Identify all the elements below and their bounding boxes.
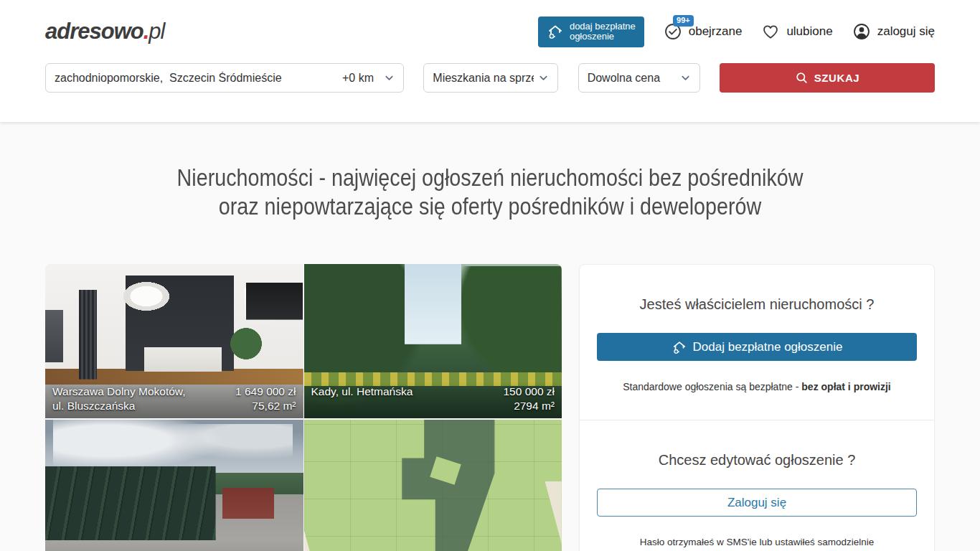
category-value: Mieszkania na sprzedaż [433,72,534,85]
viewed-button[interactable]: 99+ obejrzane [664,22,743,41]
sidebar-login-button[interactable]: Zaloguj się [597,489,917,517]
chevron-down-icon [680,72,691,83]
login-label: zaloguj się [877,24,935,39]
favorites-button[interactable]: ulubione [761,22,832,41]
magnifier-icon [795,71,809,85]
person-circle-icon [852,22,871,41]
edit-panel-title: Chcesz edytować ogłoszenie ? [597,452,917,468]
house-plus-icon [672,339,687,355]
listing-price: 1 649 000 zł [235,385,296,399]
house-plus-icon [547,23,564,40]
listing-price: 150 000 zł [503,385,555,399]
location-value: zachodniopomorskie, Szczecin Śródmieście [55,72,336,85]
chevron-down-icon [538,72,549,83]
heart-icon [761,22,780,41]
add-free-listing-label: Dodaj bezpłatne ogłoszenie [693,340,843,354]
top-bar: adresowo.pl dodaj bezpłatne ogł [45,0,935,63]
header: adresowo.pl dodaj bezpłatne ogł [0,0,980,122]
search-button[interactable]: SZUKAJ [720,63,935,93]
sidebar: Jesteś właścicielem nieruchomości ? Doda… [579,264,935,551]
listing-card-forest-plot[interactable]: Kady, ul. Hetmańska 150 000 zł 2794 m² [304,264,562,418]
price-select[interactable]: Dowolna cena [578,63,700,93]
listings-grid: Warszawa Dolny Mokotów, ul. Bluszczańska… [45,264,562,551]
listing-area: 2794 m² [503,399,555,413]
owner-panel-note: Standardowe ogłoszenia są bezpłatne - be… [597,381,917,392]
listing-address: Warszawa Dolny Mokotów, [52,385,186,399]
add-listing-label: dodaj bezpłatne ogłoszenie [570,22,636,42]
edit-panel-note: Hasło otrzymałeś w SMS'ie lub ustawiłeś … [597,537,917,547]
edit-panel: Chcesz edytować ogłoszenie ? Zaloguj się… [580,420,934,551]
listing-address: ul. Bluszczańska [52,399,186,413]
listing-card-map-parcel[interactable]: Nowa Jastrząbka 300 000 zł [304,420,562,551]
listing-area: 75,62 m² [235,399,296,413]
listing-address: Kady, ul. Hetmańska [311,385,413,399]
add-listing-button[interactable]: dodaj bezpłatne ogłoszenie [538,17,644,47]
favorites-label: ulubione [786,24,832,39]
main-content: Nieruchomości - najwięcej ogłoszeń nieru… [45,164,935,551]
owner-panel-title: Jesteś właścicielem nieruchomości ? [597,296,917,313]
headline-line-2: oraz niepowtarzające się oferty pośredni… [103,192,877,221]
login-button[interactable]: zaloguj się [852,22,935,41]
listing-photo-map-parcel [304,420,562,551]
viewed-label: obejrzane [689,24,743,39]
logo[interactable]: adresowo.pl [45,19,164,44]
sidebar-login-label: Zaloguj się [727,496,786,510]
owner-panel: Jesteś właścicielem nieruchomości ? Doda… [580,265,934,420]
category-select[interactable]: Mieszkania na sprzedaż [423,63,558,93]
header-actions: dodaj bezpłatne ogłoszenie 99+ obejrzane [538,17,935,47]
listing-card-apartment[interactable]: Warszawa Dolny Mokotów, ul. Bluszczańska… [45,264,303,418]
listing-photo-storage-containers [45,420,303,551]
headline-line-1: Nieruchomości - najwięcej ogłoszeń nieru… [103,164,877,192]
search-bar: zachodniopomorskie, Szczecin Śródmieście… [45,63,935,93]
listing-caption: Warszawa Dolny Mokotów, ul. Bluszczańska… [45,382,303,418]
listing-card-storage[interactable]: Kraków Prądnik Biały, ul. 700 zł [45,420,303,551]
map-parcel-outline [402,420,494,551]
page-headline: Nieruchomości - najwięcej ogłoszeń nieru… [45,164,935,221]
viewed-count-badge: 99+ [673,15,694,27]
price-value: Dowolna cena [588,72,676,85]
listing-caption: Kady, ul. Hetmańska 150 000 zł 2794 m² [304,382,562,418]
check-circle-icon: 99+ [664,22,682,41]
location-radius: +0 km [342,72,374,85]
logo-text: adresowo [45,19,143,44]
logo-suffix: pl [149,19,164,44]
search-button-label: SZUKAJ [814,72,860,84]
location-combobox[interactable]: zachodniopomorskie, Szczecin Śródmieście… [45,63,404,93]
add-free-listing-button[interactable]: Dodaj bezpłatne ogłoszenie [597,333,917,361]
page: adresowo.pl dodaj bezpłatne ogł [0,0,980,551]
chevron-down-icon [384,72,395,83]
